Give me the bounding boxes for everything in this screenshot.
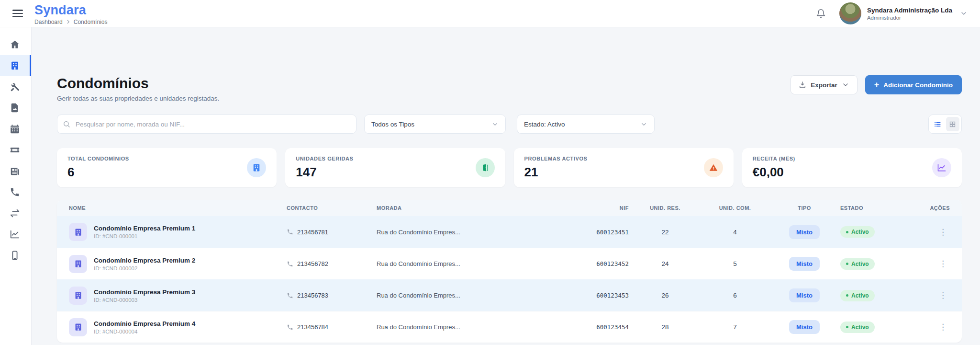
status-filter-select[interactable]: Estado: Activo (517, 115, 655, 134)
address: Rua do Condomínio Empres... (377, 229, 575, 236)
table-row[interactable]: Condomínio Empresa Premium 1 ID: #CND-00… (57, 216, 962, 248)
export-button[interactable]: Exportar (791, 75, 858, 94)
sidebar-item-home[interactable] (0, 34, 31, 55)
column-header-morada: Morada (377, 205, 575, 211)
table-row[interactable]: Condomínio Empresa Premium 2 ID: #CND-00… (57, 248, 962, 279)
chevron-down-icon (842, 81, 849, 89)
newspaper-icon (10, 166, 20, 176)
search-input[interactable] (57, 115, 356, 134)
column-header-unid-res: Unid. Res. (629, 205, 702, 211)
home-icon (10, 39, 20, 50)
warning-icon (709, 163, 718, 172)
sidebar-item-manutencao[interactable] (0, 76, 31, 97)
column-header-nome: Nome (69, 205, 287, 211)
breadcrumb-condominios[interactable]: Condomínios (74, 19, 108, 25)
phone-icon (287, 324, 293, 331)
building-icon (69, 318, 87, 336)
tipo-badge: Misto (789, 288, 820, 302)
building-icon (69, 255, 87, 273)
stat-label: RECEITA (MÊS) (753, 156, 795, 161)
avatar (839, 2, 861, 24)
chevron-down-icon (640, 121, 647, 128)
address: Rua do Condomínio Empres... (377, 292, 575, 299)
commercial-units: 7 (702, 323, 768, 331)
sidebar-item-comunicacao[interactable] (0, 161, 31, 182)
address: Rua do Condomínio Empres... (377, 260, 575, 267)
contact-number: 213456782 (297, 260, 328, 267)
stat-card-total-condominios: TOTAL CONDOMÍNIOS 6 (57, 148, 277, 187)
condominio-name: Condomínio Empresa Premium 4 (94, 320, 195, 327)
tipo-badge: Misto (789, 257, 820, 271)
notifications-bell-icon[interactable] (816, 9, 826, 19)
sidebar-item-documentos[interactable] (0, 97, 31, 118)
tools-icon (10, 81, 20, 92)
stat-card-receita-mes: RECEITA (MÊS) €0,00 (742, 148, 962, 187)
row-actions-kebab-icon[interactable]: ⋮ (936, 288, 950, 302)
tipo-badge: Misto (789, 225, 820, 239)
sidebar-item-contactos[interactable] (0, 182, 31, 203)
sidebar (0, 27, 32, 345)
column-header-unid-com: Unid. Com. (702, 205, 768, 211)
transfer-icon (10, 208, 20, 218)
stat-label: UNIDADES GERIDAS (296, 156, 353, 161)
document-icon (10, 103, 20, 113)
ticket-icon (10, 145, 20, 155)
sidebar-item-condominios[interactable] (0, 55, 31, 76)
user-name: Syndara Administração Lda (867, 7, 952, 14)
user-role: Administrador (867, 15, 952, 21)
residential-units: 26 (629, 292, 702, 299)
phone-icon (287, 229, 293, 235)
status-badge: Activo (840, 226, 875, 238)
page-subtitle: Gerir todas as suas propriedades e unida… (57, 95, 219, 102)
sidebar-item-transacoes[interactable] (0, 203, 31, 224)
sidebar-item-relatorios[interactable] (0, 224, 31, 245)
condominio-id: ID: #CND-000002 (94, 265, 195, 271)
sidebar-item-mobile[interactable] (0, 245, 31, 266)
list-icon (934, 121, 941, 128)
column-header-nif: NIF (575, 205, 629, 211)
stat-card-unidades-geridas: UNIDADES GERIDAS 147 (285, 148, 505, 187)
column-header-contacto: Contacto (287, 205, 377, 211)
grid-view-button[interactable] (946, 117, 960, 131)
row-actions-kebab-icon[interactable]: ⋮ (936, 320, 950, 334)
nif: 600123452 (575, 260, 629, 267)
residential-units: 24 (629, 260, 702, 267)
table-row[interactable]: Condomínio Empresa Premium 3 ID: #CND-00… (57, 279, 962, 311)
condominio-name: Condomínio Empresa Premium 3 (94, 288, 195, 296)
stat-value: 21 (524, 165, 588, 180)
nif: 600123454 (575, 323, 629, 331)
add-condominio-button[interactable]: + Adicionar Condomínio (865, 75, 962, 94)
status-dot (846, 263, 848, 265)
column-header-acoes: Ações (923, 205, 950, 211)
main-content: Condomínios Gerir todas as suas propried… (32, 27, 980, 345)
commercial-units: 4 (702, 229, 768, 236)
residential-units: 28 (629, 323, 702, 331)
status-badge: Activo (840, 322, 875, 333)
user-menu[interactable]: Syndara Administração Lda Administrador (839, 2, 968, 24)
page-title: Condomínios (57, 75, 219, 91)
building-icon (10, 60, 20, 71)
breadcrumb-dashboard[interactable]: Dashboard (34, 19, 63, 25)
row-actions-kebab-icon[interactable]: ⋮ (936, 257, 950, 271)
chart-icon (937, 163, 947, 172)
nif: 600123453 (575, 292, 629, 299)
sidebar-item-bilhetes[interactable] (0, 139, 31, 161)
plus-icon: + (874, 80, 880, 89)
table-row[interactable]: Condomínio Empresa Premium 4 ID: #CND-00… (57, 311, 962, 343)
contact-number: 213456781 (297, 229, 328, 236)
chevron-down-icon (491, 121, 499, 128)
status-dot (846, 231, 848, 233)
status-dot (846, 294, 848, 297)
hamburger-menu-icon[interactable] (12, 10, 23, 17)
list-view-button[interactable] (931, 117, 945, 131)
chevron-down-icon (960, 10, 968, 17)
contact-number: 213456784 (297, 323, 328, 331)
app-logo: Syndara (34, 4, 107, 17)
sidebar-item-calendario[interactable] (0, 118, 31, 139)
column-header-estado: Estado (840, 205, 923, 211)
row-actions-kebab-icon[interactable]: ⋮ (936, 225, 950, 239)
building-icon (69, 223, 87, 241)
column-header-tipo: Tipo (768, 205, 840, 211)
type-filter-select[interactable]: Todos os Tipos (364, 115, 506, 134)
condominio-name: Condomínio Empresa Premium 2 (94, 257, 195, 264)
